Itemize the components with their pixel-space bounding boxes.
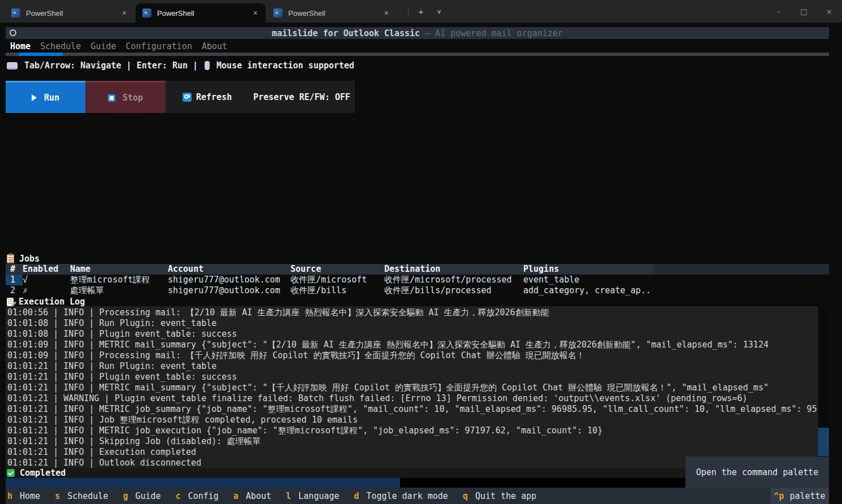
footer-item-label: Quit the app [475,491,536,501]
jobs-table-header-band: # Enabled Name Account Source Destinatio… [6,264,829,275]
footer-item-label: palette [789,491,825,501]
tab-separator [408,8,409,16]
refresh-button[interactable]: Refresh [183,92,232,102]
app-title: mailslide for Outlook Classic — AI power… [6,28,829,38]
log-viewport[interactable]: 01:00:56 | INFO | Processing mail: 【2/10… [6,306,818,468]
cell-name: 處理帳單 [70,285,168,296]
col-header-name: Name [70,264,168,275]
footer-item-language[interactable]: lLanguage [286,491,339,501]
run-button-label: Run [44,93,59,103]
preserve-refw-toggle[interactable]: Preserve RE/FW: OFF [253,92,350,102]
footer-item-label: Language [298,491,339,501]
footer-item-guide[interactable]: gGuide [123,491,160,501]
tab-dropdown-button[interactable]: ∨ [431,0,448,23]
new-tab-button[interactable]: + [413,0,429,23]
keyboard-hint-text: Tab/Arrow: Navigate | Enter: Run | [24,60,198,71]
stop-button[interactable]: Stop [85,81,166,113]
key-hint: s [55,491,60,501]
execution-log-title: Execution Log [19,297,85,307]
footer-keybindings: hHome sSchedule gGuide cConfig aAbout lL… [6,488,829,504]
cell-plugins: event_table [523,275,654,285]
footer-item-label: Home [20,491,40,501]
log-scrollbar[interactable] [818,306,829,478]
log-line: 01:00:56 | INFO | Processing mail: 【2/10… [7,307,818,318]
execution-log-label: Execution Log [6,297,85,307]
app-title-sub: — AI powered mail organizer [425,28,563,38]
footer-item-dark-mode[interactable]: dToggle dark mode [354,491,448,501]
keyboard-icon [7,62,18,69]
cell-row-number: 2 [6,285,23,296]
footer-item-label: Config [188,491,219,501]
close-button[interactable]: × [817,0,842,23]
table-row-1[interactable]: 1 √ 整理microsoft課程 shigeru777@outlook.com… [6,275,654,285]
tab-title: PowerShell [157,9,251,18]
log-line: 01:01:21 | INFO | Run Plugin: event_tabl… [7,361,818,372]
tab-configuration[interactable]: Configuration [126,41,192,51]
cell-source: 收件匣/microsoft [290,275,384,285]
key-hint: q [463,491,468,501]
jobs-section-label: Jobs [6,254,40,264]
mouse-icon [205,61,210,70]
footer-item-schedule[interactable]: sSchedule [55,491,108,501]
footer-item-about[interactable]: aAbout [233,491,271,501]
stop-button-label: Stop [123,93,143,103]
key-hint: ^p [774,491,784,501]
tab-about[interactable]: About [202,41,227,51]
key-hint: d [354,491,359,501]
tab-schedule[interactable]: Schedule [40,41,81,51]
footer-item-label: Schedule [67,491,108,501]
app-title-main: mailslide for Outlook Classic [272,28,425,38]
window-titlebar: >_ PowerShell × >_ PowerShell × >_ Power… [0,0,842,23]
refresh-icon [183,93,192,102]
preserve-refw-label: Preserve RE/FW: OFF [253,92,350,102]
cell-enabled: √ [23,275,70,285]
tab-close-icon[interactable]: × [120,8,129,18]
footer-item-label: About [246,491,271,501]
clipboard-icon [7,254,14,263]
maximize-button[interactable]: □ [791,0,817,23]
tab-close-icon[interactable]: × [382,8,391,18]
table-row-2[interactable]: 2 ✗ 處理帳單 shigeru777@outlook.com 收件匣/bill… [6,285,654,296]
cell-enabled: ✗ [23,285,70,296]
log-scrollbar-thumb[interactable] [818,428,829,456]
mouse-hint-text: Mouse interaction supported [216,60,354,71]
log-line: 01:01:21 | INFO | METRIC mail_summary {"… [7,383,818,393]
key-hint: h [7,491,12,501]
cell-row-number: 1 [6,275,23,285]
col-header-source: Source [290,264,384,275]
powershell-icon: >_ [274,8,283,18]
key-hint: l [286,491,291,501]
terminal-tab-3[interactable]: >_ PowerShell × [267,3,397,23]
terminal-tab-2-active[interactable]: >_ PowerShell × [136,3,266,23]
stop-icon [108,94,115,102]
play-icon [32,94,37,101]
footer-item-palette[interactable]: ^ppalette [770,488,829,504]
log-line: 01:01:21 | INFO | METRIC job_summary {"j… [7,404,818,415]
progress-bar-fill [6,478,400,488]
tab-underline-rail [6,53,829,56]
toolbar-secondary: Refresh Preserve RE/FW: OFF [166,81,355,113]
tab-guide[interactable]: Guide [90,41,116,51]
tab-home[interactable]: Home [10,41,31,51]
log-line: 01:01:21 | WARNING | Plugin event_table … [7,393,818,404]
log-line: 01:01:21 | INFO | METRIC job_execution {… [7,425,818,436]
col-header-account: Account [168,264,290,275]
log-line: 01:01:08 | INFO | Plugin event_table: su… [7,329,818,340]
cell-plugins: add_category, create_ap.. [523,285,654,296]
maximize-icon: □ [800,7,807,16]
powershell-icon: >_ [11,8,20,18]
check-icon [7,469,15,477]
plus-icon: + [419,7,424,16]
log-line: 01:01:21 | INFO | Job 整理microsoft課程 comp… [7,415,818,425]
tooltip-text: Open the command palette [696,467,819,477]
footer-item-quit[interactable]: qQuit the app [463,491,536,501]
tab-close-icon[interactable]: × [251,8,260,18]
active-tab-underline [19,53,63,56]
run-button[interactable]: Run [6,81,85,113]
footer-item-home[interactable]: hHome [7,491,40,501]
minimize-button[interactable]: – [766,0,791,23]
footer-item-config[interactable]: cConfig [176,491,219,501]
col-header-enabled: Enabled [23,264,70,275]
cell-destination: 收件匣/microsoft/processed [384,275,523,285]
terminal-tab-1[interactable]: >_ PowerShell × [5,3,134,23]
